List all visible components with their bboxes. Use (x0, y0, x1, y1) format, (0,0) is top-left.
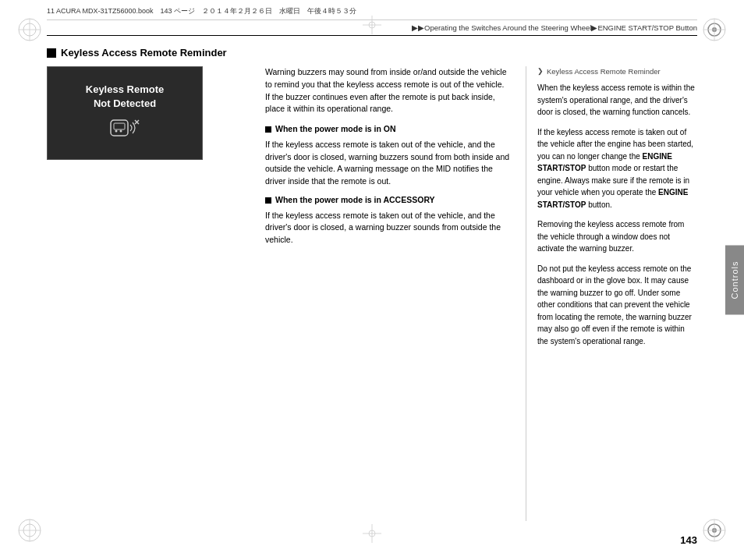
svg-rect-25 (114, 123, 125, 129)
section-heading: Keyless Access Remote Reminder (47, 47, 697, 58)
subheading-1-square-icon (265, 126, 271, 133)
right-section-label: ❯ Keyless Access Remote Reminder (537, 66, 697, 77)
middle-column: Warning buzzers may sound from inside or… (265, 66, 510, 521)
subheading-2-label: When the power mode is in ACCESSORY (275, 194, 435, 207)
main-body-text: Warning buzzers may sound from inside or… (265, 66, 510, 115)
subheading-1-text: If the keyless access remote is taken ou… (265, 139, 510, 188)
svg-rect-24 (111, 120, 128, 136)
right-para-3: Removing the keyless access remote from … (537, 218, 697, 255)
page-number: 143 (680, 534, 697, 546)
right-para-1: When the keyless access remote is within… (537, 82, 697, 119)
print-info-bar: 11 ACURA MDX-31TZ56000.book 143 ページ ２０１４… (47, 6, 697, 20)
corner-decoration-bl (16, 516, 44, 544)
section-title: Keyless Access Remote Reminder (61, 47, 227, 58)
heading-square-icon (47, 48, 56, 58)
subheading-2: When the power mode is in ACCESSORY (265, 194, 510, 207)
main-content: Keyless Access Remote Reminder Keyless R… (47, 47, 697, 521)
corner-decoration-br (700, 516, 728, 544)
right-section-title: Keyless Access Remote Reminder (547, 66, 661, 77)
controls-sidebar-tab: Controls (725, 246, 744, 315)
corner-decoration-tl (16, 16, 44, 44)
remote-key-icon (109, 117, 140, 144)
breadcrumb: ▶▶Operating the Switches Around the Stee… (47, 23, 697, 36)
corner-decoration-tr (700, 16, 728, 44)
subheading-1: When the power mode is in ON (265, 123, 510, 136)
right-para-4: Do not put the keyless access remote on … (537, 263, 697, 348)
left-column: Keyless Remote Not Detected (47, 66, 250, 521)
right-para-2: If the keyless access remote is taken ou… (537, 126, 697, 211)
content-columns: Keyless Remote Not Detected (47, 66, 697, 521)
arrow-icon: ❯ (537, 66, 544, 77)
svg-point-26 (115, 130, 118, 133)
bottom-center-crosshair (363, 524, 381, 544)
image-label: Keyless Remote Not Detected (86, 83, 164, 111)
right-column: ❯ Keyless Access Remote Reminder When th… (526, 66, 697, 521)
subheading-1-label: When the power mode is in ON (275, 123, 396, 136)
svg-point-27 (120, 130, 122, 133)
subheading-2-text: If the keyless access remote is taken ou… (265, 210, 510, 246)
keyless-remote-image: Keyless Remote Not Detected (47, 66, 203, 160)
subheading-2-square-icon (265, 197, 271, 204)
